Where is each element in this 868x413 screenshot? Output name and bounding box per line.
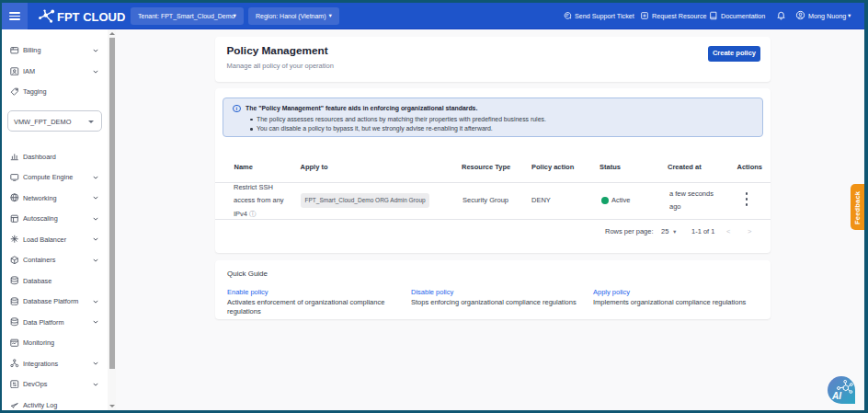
svg-text:AI: AI [831, 391, 841, 401]
